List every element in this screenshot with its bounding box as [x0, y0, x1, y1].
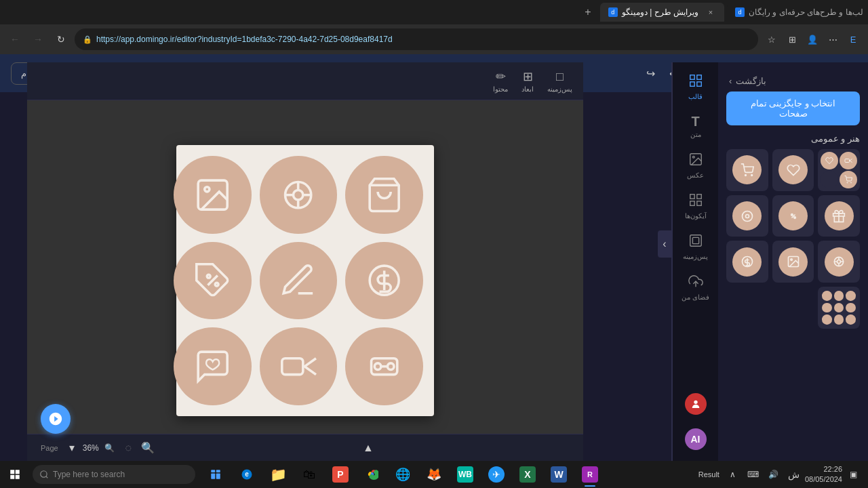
- icon-circle-cart[interactable]: [345, 156, 423, 234]
- system-tray-up[interactable]: ∧: [724, 465, 743, 484]
- taskbar-app-taskview[interactable]: [201, 461, 231, 488]
- notification-center[interactable]: ▣: [844, 465, 863, 484]
- canvas-expand-button[interactable]: ›: [658, 230, 671, 258]
- canvas-tool-content[interactable]: ✏ محتوا: [493, 69, 508, 93]
- background-tool-icon: □: [556, 70, 564, 84]
- zoom-spinner: ◌: [121, 440, 137, 456]
- icon-circle-dollar[interactable]: [345, 242, 423, 320]
- tag-percent-icon: [193, 261, 232, 300]
- icon-circle-tag[interactable]: [174, 242, 252, 320]
- telegram-icon: ✈: [488, 466, 505, 483]
- browser-toolbar: ← → ↻ 🔒 https://app.domingo.ir/editor?in…: [0, 24, 868, 54]
- icon-card-4[interactable]: [818, 195, 860, 237]
- svg-point-30: [742, 211, 752, 221]
- taskbar-app-app1[interactable]: 🌐: [388, 461, 418, 488]
- back-navigation[interactable]: بازگشت ›: [726, 70, 860, 92]
- icons-icon: [688, 192, 703, 211]
- taskbar-app-folder[interactable]: 📁: [263, 461, 293, 488]
- canvas-tool-dimensions[interactable]: ⊞ ابعاد: [521, 69, 534, 93]
- app2-icon: WB: [457, 466, 473, 483]
- sidebar-item-icons[interactable]: آیکون‌ها: [675, 187, 716, 225]
- dimensions-tool-icon: ⊞: [523, 69, 533, 84]
- svg-rect-62: [216, 470, 220, 472]
- sidebar-item-ai[interactable]: AI: [675, 423, 716, 455]
- floating-action-button[interactable]: [41, 404, 71, 434]
- icon-card-8[interactable]: [772, 241, 814, 283]
- taskbar-app-firefox[interactable]: 🦊: [419, 461, 449, 488]
- volume-icon[interactable]: 🔊: [764, 465, 783, 484]
- taskbar-app-store[interactable]: 🛍: [294, 461, 324, 488]
- icon-circle-photo[interactable]: [174, 156, 252, 234]
- network-icon[interactable]: ش: [785, 465, 804, 484]
- sidebar-item-myspace[interactable]: فضای من: [675, 268, 716, 306]
- taskbar-app-app2[interactable]: WB: [450, 461, 480, 488]
- select-all-button[interactable]: انتخاب و جایگزینی تمام صفحات: [726, 92, 860, 125]
- svg-point-23: [745, 174, 747, 176]
- browser-tab-2[interactable]: d ویرایش طرح | دومینگو ×: [600, 3, 724, 22]
- zoom-out-button-2[interactable]: 🔍: [140, 440, 156, 456]
- profile-icon[interactable]: 👤: [803, 30, 822, 49]
- icon-circle-cassette[interactable]: [345, 327, 423, 405]
- zoom-controls: ▾ 36% 🔍 ◌ 🔍: [64, 440, 156, 456]
- design-canvas[interactable]: [176, 145, 434, 416]
- sidebar-item-template[interactable]: قالب: [675, 68, 716, 106]
- icon-card-10[interactable]: [818, 287, 860, 329]
- taskbar-app-chrome[interactable]: [357, 461, 387, 488]
- svg-rect-64: [216, 474, 220, 479]
- edge-icon[interactable]: Ε: [844, 30, 863, 49]
- back-button[interactable]: ←: [5, 30, 24, 49]
- bookmark-icon[interactable]: ☆: [762, 30, 781, 49]
- icon-card-9[interactable]: [726, 241, 768, 283]
- icon-circle-video[interactable]: [260, 327, 338, 405]
- icon-card-2[interactable]: [772, 149, 814, 191]
- icon-card-1[interactable]: [818, 149, 860, 191]
- active-indicator: [585, 485, 595, 487]
- refresh-button[interactable]: ↻: [52, 30, 71, 49]
- start-button[interactable]: [0, 461, 30, 488]
- notifications-label: Result: [698, 470, 719, 479]
- extensions-icon[interactable]: ⊞: [783, 30, 802, 49]
- collapse-button[interactable]: ▲: [357, 437, 379, 459]
- svg-point-22: [851, 182, 852, 183]
- sidebar-item-extra1[interactable]: [675, 388, 716, 420]
- icon-card-6[interactable]: [726, 195, 768, 237]
- taskbar-app-word[interactable]: W: [544, 461, 574, 488]
- zoom-out-button[interactable]: ▾: [64, 440, 80, 456]
- canvas-tool-background[interactable]: □ پس‌زمینه: [547, 70, 572, 93]
- taskbar-app-pomodoro[interactable]: P: [326, 461, 355, 488]
- new-tab-button[interactable]: +: [578, 3, 597, 22]
- template-icon: [688, 73, 703, 92]
- sidebar-item-background[interactable]: پس‌زمینه: [675, 228, 716, 266]
- taskbar-clock[interactable]: 22:26 08/05/2024: [805, 464, 842, 485]
- sidebar-item-text[interactable]: T متن: [675, 108, 716, 144]
- icon-card-3[interactable]: [726, 149, 768, 191]
- keyboard-icon[interactable]: ⌨: [744, 465, 763, 484]
- svg-point-24: [751, 174, 753, 176]
- svg-rect-51: [690, 201, 694, 205]
- redo-button[interactable]: ↪: [641, 63, 661, 83]
- zoom-in-small-button[interactable]: 🔍: [102, 440, 118, 456]
- sidebar-item-photo[interactable]: عکس: [675, 146, 716, 184]
- svg-point-2: [294, 190, 303, 199]
- back-label: بازگشت: [736, 76, 766, 86]
- tab2-close[interactable]: ×: [705, 7, 716, 18]
- icon-card-7[interactable]: [818, 241, 860, 283]
- forward-button[interactable]: →: [28, 30, 47, 49]
- svg-rect-53: [692, 237, 698, 243]
- svg-rect-56: [10, 470, 14, 474]
- myspace-label: فضای من: [682, 293, 709, 301]
- icon-card-5[interactable]: [772, 195, 814, 237]
- icon-circle-pencil[interactable]: [260, 242, 338, 320]
- browser-toolbar-icons: ☆ ⊞ 👤 ⋯ Ε: [762, 30, 863, 49]
- taskbar-app-result[interactable]: R: [575, 461, 605, 488]
- more-icon[interactable]: ⋯: [823, 30, 842, 49]
- taskbar-app-telegram[interactable]: ✈: [481, 461, 511, 488]
- taskbar-app-edge[interactable]: e: [232, 461, 262, 488]
- icon-circle-film[interactable]: [260, 156, 338, 234]
- icons-label: آیکون‌ها: [685, 212, 707, 220]
- browser-tab-1[interactable]: d قالب‌ها و طرح‌های حرفه‌ای و رایگان ×: [727, 3, 863, 22]
- address-bar[interactable]: 🔒 https://app.domingo.ir/editor?industry…: [75, 28, 758, 50]
- taskbar-search-box[interactable]: Type here to search: [33, 465, 195, 484]
- taskbar-app-excel[interactable]: X: [513, 461, 542, 488]
- icon-circle-heart-chat[interactable]: [174, 327, 252, 405]
